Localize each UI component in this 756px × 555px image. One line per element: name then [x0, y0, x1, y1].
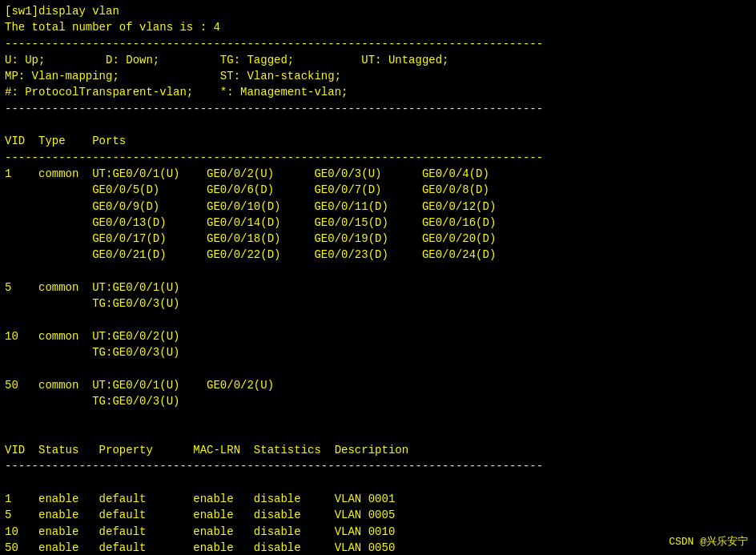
terminal-line: 1 common UT:GE0/0/1(U) GE0/0/2(U) GE0/0/… — [5, 166, 751, 182]
terminal-line: ----------------------------------------… — [5, 458, 751, 474]
terminal-line: GE0/0/21(D) GE0/0/22(D) GE0/0/23(D) GE0/… — [5, 247, 751, 263]
terminal-line: ----------------------------------------… — [5, 36, 751, 52]
terminal-line: 50 common UT:GE0/0/1(U) GE0/0/2(U) — [5, 377, 751, 393]
terminal-line: ----------------------------------------… — [5, 101, 751, 117]
terminal-line — [5, 361, 751, 377]
terminal-line: GE0/0/5(D) GE0/0/6(D) GE0/0/7(D) GE0/0/8… — [5, 182, 751, 198]
terminal-line: #: ProtocolTransparent-vlan; *: Manageme… — [5, 84, 751, 100]
terminal-line — [5, 409, 751, 425]
terminal-line: [sw1]display vlan — [5, 3, 751, 19]
terminal-line: 10 enable default enable disable VLAN 00… — [5, 524, 751, 540]
terminal-line: ----------------------------------------… — [5, 150, 751, 166]
watermark: CSDN @兴乐安宁 — [669, 534, 748, 549]
terminal-line: 1 enable default enable disable VLAN 000… — [5, 491, 751, 507]
terminal-line: U: Up; D: Down; TG: Tagged; UT: Untagged… — [5, 52, 751, 68]
terminal-line: The total number of vlans is : 4 — [5, 19, 751, 35]
terminal-line: VID Status Property MAC-LRN Statistics D… — [5, 442, 751, 458]
terminal-window: [sw1]display vlanThe total number of vla… — [0, 0, 756, 555]
terminal-line: TG:GE0/0/3(U) — [5, 296, 751, 312]
terminal-line — [5, 475, 751, 491]
terminal-line: 5 common UT:GE0/0/1(U) — [5, 280, 751, 296]
terminal-line — [5, 263, 751, 280]
terminal-line: 10 common UT:GE0/0/2(U) — [5, 328, 751, 344]
terminal-line — [5, 312, 751, 328]
terminal-line — [5, 117, 751, 133]
terminal-line: TG:GE0/0/3(U) — [5, 393, 751, 409]
terminal-line: TG:GE0/0/3(U) — [5, 344, 751, 360]
terminal-line: GE0/0/17(D) GE0/0/18(D) GE0/0/19(D) GE0/… — [5, 231, 751, 247]
terminal-line: MP: Vlan-mapping; ST: Vlan-stacking; — [5, 68, 751, 84]
terminal-line — [5, 426, 751, 442]
terminal-line: 50 enable default enable disable VLAN 00… — [5, 540, 751, 555]
terminal-line: GE0/0/9(D) GE0/0/10(D) GE0/0/11(D) GE0/0… — [5, 199, 751, 215]
terminal-line: GE0/0/13(D) GE0/0/14(D) GE0/0/15(D) GE0/… — [5, 215, 751, 231]
terminal-line: 5 enable default enable disable VLAN 000… — [5, 507, 751, 523]
terminal-line: VID Type Ports — [5, 133, 751, 149]
